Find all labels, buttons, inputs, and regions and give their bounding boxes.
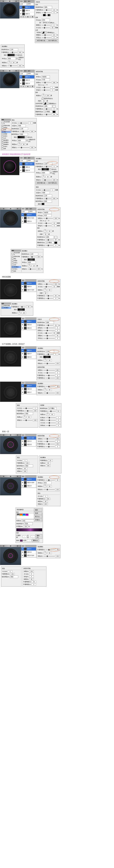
gradient-editor: 渐变编辑器 预设 名称(N):自定 渐变类型(T):实底 平滑度(M):100%…: [15, 507, 43, 543]
caption: 往下画圆圈...没完的. 是谁说?: [0, 342, 114, 346]
cancel-button[interactable]: 取消: [34, 512, 42, 515]
color-swatch[interactable]: [43, 14, 46, 16]
layers-panel: 图层通道路径 正常100% 👁图层 23 👁图层 22 👁图层 21 ∞fx○◐…: [20, 0, 35, 18]
gradient-strip[interactable]: [16, 528, 42, 531]
ok-button[interactable]: 确定: [34, 508, 42, 512]
lens-preview: [0, 157, 20, 175]
fx-icon: fx: [23, 16, 24, 18]
gradient-bar[interactable]: [42, 168, 49, 170]
bevel-panel: 斜面和浮雕 样式(T):内斜面 方法(Q):平滑 深度(D):103% 方向:●…: [37, 208, 61, 248]
layers-panel: 图层通道路径 正常100% 👁图层 24 👁图层 23 👁图层 22 ∞fx○◐…: [20, 70, 35, 88]
caption: 继续画圆圈: [0, 275, 114, 279]
stroke-color[interactable]: [42, 203, 44, 205]
lens-preview: [0, 0, 20, 19]
lens-preview: [0, 279, 21, 300]
lens-preview: [0, 346, 21, 367]
lens-preview: [0, 208, 21, 228]
stroke-row[interactable]: ✓描边: [1, 131, 11, 133]
tab-layers[interactable]: 图层: [20, 0, 24, 3]
lens-preview: [0, 317, 21, 338]
blend-mode-dropdown[interactable]: 正常: [20, 3, 27, 5]
caption: 复制图层 24改变图层样式下边的设置: [0, 152, 114, 157]
layer-style-dialog: 样式 混合选项:默认 ✓斜面和浮雕 等高线 纹理 ✓描边 内阴影 内发光 光泽 …: [1, 118, 37, 150]
gradient-overlay-mini: 渐变叠加 混合模式(O):正常 不透明度(P):100% 渐变:反向(R) 样式…: [1, 44, 25, 68]
lens-preview: [0, 70, 20, 88]
inner-shadow-panel: 内阴影 混合模式(B):正片叠底 不透明度(O):51 角度(A):90 距离(…: [39, 403, 61, 428]
inner-glow-panel: 内发光 结构 混合模式(B):滤色 不透明度(O):16% 杂色(N):0% ○…: [35, 0, 59, 43]
inner-glow-panel: 内发光 混合模式(B):滤色 不透明度(O):13% 杂色(N):0 阻塞(C)…: [37, 317, 61, 340]
gradient-overlay-panel: 渐变叠加 渐变 混合模式(O):正常 不透明度(P):3% 渐变:反向(R) 样…: [35, 157, 59, 206]
caption: 复制一层: [0, 429, 114, 434]
eye-icon[interactable]: 👁: [20, 7, 22, 8]
layer-row[interactable]: 👁图层 23: [20, 6, 34, 9]
bevel-panel: 斜面和浮雕 结构 样式(T):内斜面 方法(Q):平滑 深度(D):186% 方…: [35, 70, 59, 117]
